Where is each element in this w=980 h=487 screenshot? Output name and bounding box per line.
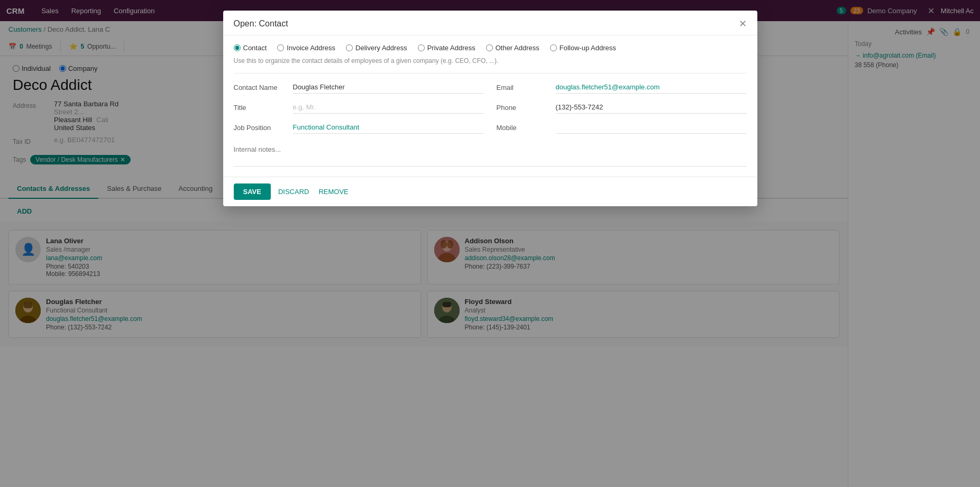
modal-close-button[interactable]: ✕ [739, 19, 747, 21]
modal-contact: Open: Contact ✕ Contact Invoice Address … [223, 11, 757, 21]
modal-header: Open: Contact ✕ [223, 11, 757, 21]
modal-overlay: Open: Contact ✕ Contact Invoice Address … [0, 0, 980, 21]
modal-title: Open: Contact [234, 19, 288, 21]
